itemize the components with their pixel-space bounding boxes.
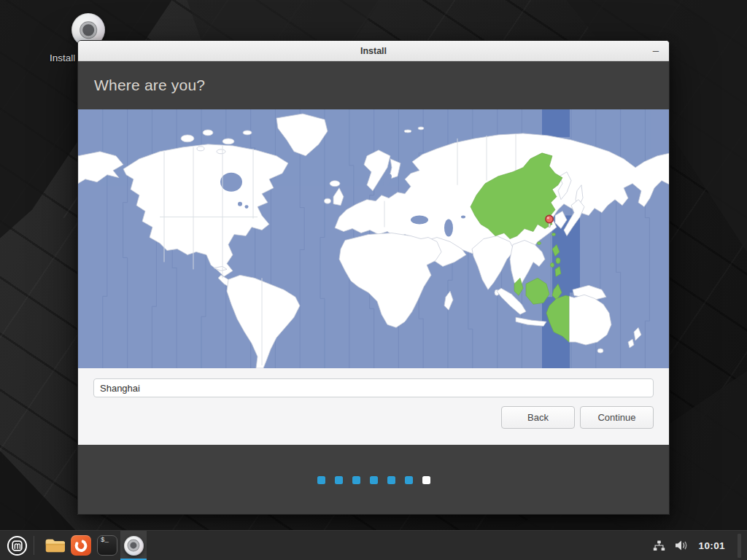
step-progress-indicator bbox=[317, 476, 430, 484]
installer-window: Install – Where are you? bbox=[77, 40, 670, 515]
terminal-launcher[interactable]: $_ bbox=[94, 531, 120, 560]
step-dot-completed bbox=[335, 476, 343, 484]
window-title: Install bbox=[78, 46, 669, 56]
step-dot-completed bbox=[387, 476, 395, 484]
installer-taskbar-button[interactable] bbox=[120, 531, 147, 560]
continue-button[interactable]: Continue bbox=[580, 406, 654, 429]
terminal-icon: $_ bbox=[97, 535, 117, 556]
timezone-map[interactable] bbox=[78, 109, 670, 368]
firefox-icon bbox=[71, 535, 91, 556]
firefox-launcher[interactable] bbox=[68, 531, 94, 560]
mint-menu-button[interactable] bbox=[0, 531, 34, 560]
page-title: Where are you? bbox=[94, 77, 205, 94]
step-dot-completed bbox=[352, 476, 360, 484]
taskbar-separator bbox=[34, 536, 34, 555]
taskbar-clock[interactable]: 10:01 bbox=[698, 540, 725, 551]
wizard-footer bbox=[78, 445, 669, 515]
folder-icon bbox=[44, 537, 65, 554]
step-dot-current bbox=[422, 476, 430, 484]
minimize-button[interactable]: – bbox=[653, 43, 659, 58]
network-icon[interactable] bbox=[653, 540, 665, 551]
window-titlebar[interactable]: Install – bbox=[78, 41, 669, 61]
step-dot-completed bbox=[405, 476, 413, 484]
show-desktop-button[interactable] bbox=[738, 534, 741, 558]
cd-disc-icon bbox=[124, 536, 144, 556]
page-header: Where are you? bbox=[78, 61, 669, 109]
step-dot-completed bbox=[317, 476, 325, 484]
step-dot-completed bbox=[370, 476, 378, 484]
files-launcher[interactable] bbox=[42, 531, 68, 560]
volume-icon[interactable] bbox=[675, 540, 689, 551]
back-button[interactable]: Back bbox=[501, 406, 575, 429]
location-form: Back Continue bbox=[78, 368, 669, 445]
system-tray: 10:01 bbox=[653, 534, 747, 558]
desktop: Install Install – Where are you? bbox=[0, 0, 747, 560]
location-input[interactable] bbox=[93, 378, 654, 397]
taskbar: $_ 10:01 bbox=[0, 530, 747, 560]
linuxmint-logo-icon bbox=[7, 535, 28, 556]
